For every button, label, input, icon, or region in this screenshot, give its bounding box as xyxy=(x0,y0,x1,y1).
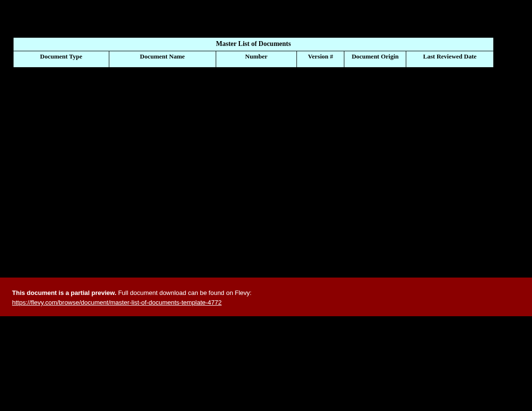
banner-bold-text: This document is a partial preview. xyxy=(12,289,117,296)
col-document-type: Document Type xyxy=(14,51,109,68)
title-row: Master List of Documents xyxy=(14,38,494,51)
banner-rest-text: Full document download can be found on F… xyxy=(117,289,252,296)
col-document-origin: Document Origin xyxy=(344,51,406,68)
header-row: Document Type Document Name Number Versi… xyxy=(14,51,494,68)
banner-link[interactable]: https://flevy.com/browse/document/master… xyxy=(12,299,222,306)
col-number: Number xyxy=(216,51,297,68)
col-version: Version # xyxy=(297,51,344,68)
table-title: Master List of Documents xyxy=(14,38,494,51)
master-list-table: Master List of Documents Document Type D… xyxy=(13,37,494,68)
preview-banner: This document is a partial preview. Full… xyxy=(0,278,532,316)
col-document-name: Document Name xyxy=(109,51,216,68)
col-last-reviewed-date: Last Reviewed Date xyxy=(406,51,494,68)
document-table: Master List of Documents Document Type D… xyxy=(13,37,494,68)
